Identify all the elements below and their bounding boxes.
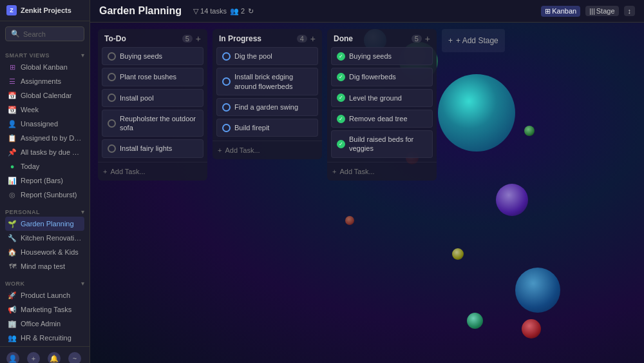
- task-status-circle: [108, 93, 116, 102]
- task-status-circle: [222, 124, 231, 132]
- search-input[interactable]: [23, 30, 79, 38]
- column-done-add[interactable]: +: [425, 34, 430, 43]
- work-header[interactable]: WORK ▾: [5, 279, 84, 288]
- smart-views-section: SMART VIEWS ▾ ⊞ Global Kanban ☰ Assignme…: [0, 46, 90, 203]
- all-tasks-icon: 📌: [8, 148, 17, 157]
- sidebar-item-marketing-tasks[interactable]: 📢 Marketing Tasks: [5, 302, 84, 317]
- kanban-view-toggle[interactable]: ⊞ Kanban: [541, 6, 580, 17]
- columns-wrapper: To-Do 5 + Buying seeds Plant rose bushes: [90, 23, 513, 363]
- task-status-circle: [108, 144, 116, 153]
- sidebar-item-mind-map[interactable]: 🗺 Mind map test: [5, 259, 84, 273]
- sidebar-item-garden-planning[interactable]: 🌱 Garden Planning: [5, 217, 84, 231]
- sidebar-item-week[interactable]: 📆 Week: [5, 103, 84, 117]
- column-todo-header: To-Do 5 +: [98, 29, 207, 47]
- add-task-in-progress-button[interactable]: + Add Task...: [218, 145, 317, 155]
- add-task-todo-button[interactable]: + Add Task...: [103, 166, 202, 177]
- sidebar: Z Zenkit Projects 🔍 SMART VIEWS ▾ ⊞ Glob…: [0, 0, 90, 363]
- sidebar-item-global-kanban[interactable]: ⊞ Global Kanban: [5, 60, 84, 74]
- column-in-progress-add[interactable]: +: [310, 34, 316, 43]
- list-icon: ☰: [8, 77, 17, 86]
- column-in-progress: In Progress 4 + Dig the pool Install bri…: [213, 29, 322, 159]
- task-brick-edging[interactable]: Install brick edging around flowerbeds: [216, 68, 318, 95]
- user-icon[interactable]: 👤: [6, 352, 19, 363]
- add-task-icon: +: [218, 146, 222, 154]
- task-reupholster[interactable]: Reupholster the outdoor sofa: [102, 110, 204, 137]
- task-install-pool[interactable]: Install pool: [102, 89, 204, 107]
- task-garden-swing[interactable]: Find a garden swing: [216, 98, 318, 116]
- sort-toggle[interactable]: ↕: [624, 6, 636, 16]
- kanban-icon: ⊞: [545, 7, 551, 15]
- refresh-badge[interactable]: ↻: [248, 7, 254, 15]
- task-text: Buying seeds: [120, 52, 162, 61]
- personal-header[interactable]: PERSONAL ▾: [5, 207, 84, 217]
- sidebar-item-label: Product Launch: [21, 291, 70, 299]
- sidebar-item-assignments[interactable]: ☰ Assignments: [5, 74, 84, 88]
- filter-badge[interactable]: ▽ 14 tasks: [193, 7, 227, 15]
- sidebar-item-unassigned[interactable]: 👤 Unassigned: [5, 117, 84, 131]
- search-bar[interactable]: 🔍: [5, 26, 84, 41]
- task-remove-dead-tree[interactable]: ✓ Remove dead tree: [331, 110, 433, 128]
- board-area: To-Do 5 + Buying seeds Plant rose bushes: [90, 23, 644, 363]
- task-status-circle: ✓: [337, 140, 345, 148]
- add-task-label: Add Task...: [225, 146, 260, 154]
- garden-icon: 🌱: [8, 219, 17, 228]
- sidebar-item-today[interactable]: ● Today: [5, 159, 84, 173]
- sidebar-item-report-sunburst[interactable]: ◎ Report (Sunburst): [5, 188, 84, 202]
- add-stage-button[interactable]: + + Add Stage: [442, 29, 505, 52]
- sidebar-item-all-tasks[interactable]: 📌 All tasks by due date w/o completed: [5, 145, 84, 159]
- task-dig-flowerbeds[interactable]: ✓ Dig flowerbeds: [331, 68, 433, 86]
- column-todo-add[interactable]: +: [196, 34, 201, 43]
- task-text: Build raised beds for veggies: [349, 135, 427, 153]
- task-text: Find a garden swing: [234, 103, 298, 112]
- task-plant-rose[interactable]: Plant rose bushes: [102, 68, 204, 86]
- add-task-icon: +: [332, 168, 336, 175]
- smart-views-label: SMART VIEWS: [5, 52, 50, 59]
- users-badge[interactable]: 👥 2: [230, 7, 245, 15]
- work-label: WORK: [5, 280, 25, 287]
- task-raised-beds[interactable]: ✓ Build raised beds for veggies: [331, 130, 433, 158]
- week-icon: 📆: [8, 105, 17, 114]
- work-chevron: ▾: [81, 280, 84, 287]
- add-stage-label: + Add Stage: [456, 36, 498, 45]
- task-text: Level the ground: [349, 93, 402, 103]
- plus-icon[interactable]: +: [27, 352, 40, 363]
- activity-icon[interactable]: ~: [68, 352, 81, 363]
- sidebar-item-report-bars[interactable]: 📊 Report (Bars): [5, 173, 84, 188]
- add-task-done-button[interactable]: + Add Task...: [332, 166, 431, 177]
- kanban-label: Kanban: [552, 7, 576, 15]
- task-fairy-lights[interactable]: Install fairy lights: [102, 139, 204, 157]
- main-content: Garden Planning ▽ 14 tasks 👥 2 ↻ ⊞ Kanba…: [90, 0, 644, 363]
- bell-icon[interactable]: 🔔: [48, 352, 61, 363]
- sidebar-item-housework-kids[interactable]: 🏠 Housework & Kids: [5, 245, 84, 259]
- sidebar-item-kitchen-renovation[interactable]: 🔧 Kitchen Renovation: [5, 231, 84, 245]
- sidebar-header: Z Zenkit Projects: [0, 0, 90, 21]
- personal-section: PERSONAL ▾ 🌱 Garden Planning 🔧 Kitchen R…: [0, 203, 90, 275]
- add-task-label: Add Task...: [110, 168, 145, 175]
- sidebar-item-hr-recruiting[interactable]: 👥 HR & Recruiting: [5, 331, 84, 345]
- sidebar-item-assigned-due[interactable]: 📋 Assigned to by Due Date: [5, 131, 84, 145]
- task-status-circle: ✓: [337, 52, 345, 61]
- sidebar-item-product-launch[interactable]: 🚀 Product Launch: [5, 288, 84, 302]
- task-level-ground[interactable]: ✓ Level the ground: [331, 89, 433, 107]
- sidebar-item-office-admin[interactable]: 🏢 Office Admin: [5, 317, 84, 331]
- task-build-firepit[interactable]: Build firepit: [216, 119, 318, 137]
- filter-icon: ▽: [193, 7, 198, 15]
- sidebar-item-label: Global Kanban: [21, 63, 68, 71]
- task-buying-seeds-todo[interactable]: Buying seeds: [102, 47, 204, 65]
- sidebar-item-label: Report (Bars): [21, 177, 63, 184]
- sidebar-item-global-calendar[interactable]: 📅 Global Calendar: [5, 88, 84, 103]
- column-done-header: Done 5 +: [327, 29, 437, 47]
- smart-views-chevron: ▾: [81, 52, 84, 59]
- column-in-progress-title: In Progress: [219, 34, 294, 43]
- task-status-circle: [108, 73, 116, 81]
- personal-chevron: ▾: [81, 208, 84, 215]
- task-dig-pool[interactable]: Dig the pool: [216, 47, 318, 65]
- smart-views-header[interactable]: SMART VIEWS ▾: [5, 50, 84, 60]
- kitchen-icon: 🔧: [8, 233, 17, 242]
- task-text: Remove dead tree: [349, 114, 408, 123]
- filter-count: 14 tasks: [200, 7, 227, 15]
- stage-view-toggle[interactable]: ||| Stage: [585, 6, 618, 16]
- column-done-footer: + Add Task...: [327, 162, 437, 181]
- task-buying-seeds-done[interactable]: ✓ Buying seeds: [331, 47, 433, 65]
- sidebar-item-label: Mind map test: [21, 262, 65, 270]
